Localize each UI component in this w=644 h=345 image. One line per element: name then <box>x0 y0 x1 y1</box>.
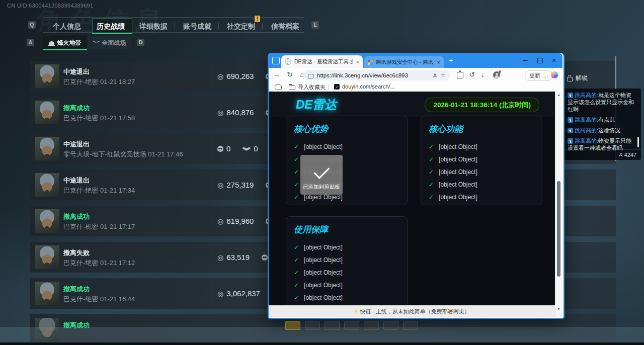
history-icon[interactable]: ↺ <box>469 70 475 78</box>
browser-titlebar[interactable]: DE雷达 - 最稳雷达工具 实力开发 × 腾讯游戏安全中心 - 腾讯游戏 × +… <box>268 53 562 68</box>
stat-value: 840,876 <box>226 108 254 117</box>
match-map-time: 巴克什-绝密 01-21 17:34 <box>63 186 135 195</box>
bookmark-douyin[interactable]: ♪ douyin.com/search/... <box>334 83 395 90</box>
match-map-time: 巴克什-机密 01-21 17:17 <box>63 222 135 231</box>
match-stat: 63,519 <box>217 253 250 262</box>
check-icon: ✓ <box>429 156 434 163</box>
beijing-timestamp: 2026-01-21 18:36:14 (北京时间) <box>425 98 539 112</box>
row-divider <box>211 210 211 232</box>
site-logo: DE雷达 <box>296 97 337 113</box>
tab-separator <box>445 58 445 64</box>
close-window-button[interactable]: × <box>547 53 560 68</box>
fan-badge-icon <box>568 93 573 98</box>
avatar <box>35 173 59 197</box>
page-footer[interactable]: ⚡ 快链 - 上线，从未如此简单（免费部署网页） <box>269 305 555 317</box>
check-icon: ✓ <box>294 156 299 163</box>
close-tab-icon[interactable]: × <box>437 59 440 65</box>
match-result: 中途退出 <box>63 176 90 185</box>
address-bar[interactable]: https://link.3ceng.cn/view/6ec6c893 A ☆ <box>303 70 450 80</box>
check-icon: ✓ <box>294 194 299 201</box>
maximize-button[interactable] <box>533 53 546 68</box>
scroll-up-icon[interactable]: ▲ <box>555 93 562 97</box>
stat-icon <box>217 146 223 152</box>
feature-text: [object Object] <box>304 282 343 289</box>
sidebar-icon[interactable] <box>275 84 282 90</box>
stat-value: 619,960 <box>226 217 254 225</box>
chat-scrollbar-thumb[interactable] <box>637 137 639 147</box>
refresh-button[interactable]: ↻ <box>287 70 293 78</box>
subtab-battlefield[interactable]: 全面战场 <box>88 36 131 49</box>
copilot-icon[interactable] <box>551 71 558 78</box>
feature-text: [object Object] <box>304 244 343 251</box>
minimize-button[interactable] <box>519 53 532 68</box>
stat-icon <box>217 182 223 189</box>
feature-item: ✓ [object Object] <box>294 253 403 266</box>
check-icon: ✓ <box>429 168 434 176</box>
browser-tab-inactive[interactable]: 腾讯游戏安全中心 - 腾讯游戏 × <box>364 56 444 68</box>
chat-message: 跳高高的:这啥情况 <box>568 127 636 134</box>
tab-list-icon[interactable] <box>272 57 280 64</box>
match-map-time: 零号大坝-地下-红鼠窝竞技场 01-21 17:46 <box>63 150 183 159</box>
subtab-firefield[interactable]: 烽火地带 <box>43 36 87 50</box>
bookmark-import[interactable]: 导入收藏夹 <box>289 83 326 91</box>
tab-separator <box>175 23 175 29</box>
unlock-control[interactable]: 解锁 <box>567 74 588 82</box>
match-result: 撤离成功 <box>63 212 90 221</box>
stat-icon <box>217 73 223 80</box>
download-icon[interactable]: ↓ <box>481 70 485 78</box>
row-divider <box>211 282 211 305</box>
page-scrollbar[interactable]: ▲ ▼ <box>555 92 561 317</box>
feature-text: [object Object] <box>304 269 343 276</box>
check-icon: ✓ <box>294 269 299 276</box>
game-tab[interactable]: 历史战绩 <box>97 22 125 31</box>
match-result: 撤离成功 <box>63 285 90 294</box>
feature-card: 使用保障 ✓ [object Object] ✓ [object Object] <box>286 216 408 305</box>
avatar <box>35 245 59 269</box>
url-text[interactable]: https://link.3ceng.cn/view/6ec6c893 <box>317 72 430 78</box>
card-title: 核心优势 <box>294 123 328 135</box>
lock-icon <box>567 77 573 81</box>
update-button[interactable]: 更新 … <box>525 70 553 81</box>
feature-text: [object Object] <box>439 181 477 188</box>
game-tab[interactable]: 个人信息 <box>53 22 81 31</box>
chat-username: 跳高高的: <box>575 117 598 123</box>
page-content: DE雷达 2026-01-21 18:36:14 (北京时间) 核心优势 ✓ [… <box>269 92 555 305</box>
subtab-label: 全面战场 <box>102 39 126 47</box>
back-button[interactable]: ← <box>274 70 281 78</box>
chat-message: 跳高高的:有点乱 <box>568 116 636 123</box>
avatar <box>35 101 59 124</box>
row-divider <box>211 65 211 88</box>
stat-value: 275,319 <box>226 181 254 189</box>
stat-icon <box>262 254 268 261</box>
check-icon: ✓ <box>294 256 299 264</box>
scroll-down-icon[interactable]: ▼ <box>555 307 562 311</box>
viewer-count-row: 4247 <box>564 149 641 160</box>
feature-text: [object Object] <box>439 194 477 201</box>
tab-title: DE雷达 - 最稳雷达工具 实力开发 <box>294 58 353 65</box>
player-uid: CN UID:63004412083994389691 <box>7 3 93 9</box>
check-icon: ✓ <box>429 194 434 201</box>
game-tab[interactable]: 社交定制 <box>227 22 255 31</box>
match-result: 撤离成功 <box>63 104 90 113</box>
toast-message: 已添加到剪贴板 <box>300 184 343 191</box>
feature-text: [object Object] <box>439 168 477 176</box>
stat-icon <box>217 290 223 297</box>
favorite-star-icon[interactable]: ☆ <box>440 72 445 78</box>
read-aloud-icon[interactable]: A <box>433 72 437 78</box>
game-tab[interactable]: 信誉档案 <box>271 22 299 31</box>
footer-text: 快链 - 上线，从未如此简单（免费部署网页） <box>360 308 470 315</box>
stat-value: 63,519 <box>226 253 250 262</box>
toast-check-icon <box>314 163 330 179</box>
close-tab-icon[interactable]: × <box>356 59 359 65</box>
browser-tab-active[interactable]: DE雷达 - 最稳雷达工具 实力开发 × <box>281 55 363 68</box>
extensions-icon[interactable] <box>457 72 463 78</box>
tencent-favicon <box>368 60 373 65</box>
chat-username: 跳高高的: <box>575 138 598 144</box>
row-divider <box>211 246 211 269</box>
bolt-icon: ⚡ <box>354 308 358 315</box>
scrollbar-thumb[interactable] <box>557 181 560 277</box>
new-tab-button[interactable]: + <box>449 56 453 64</box>
feature-item: ✓ [object Object] <box>429 153 538 165</box>
game-tab[interactable]: 详细数据 <box>139 22 168 31</box>
game-tab[interactable]: 账号成就 <box>183 22 211 31</box>
